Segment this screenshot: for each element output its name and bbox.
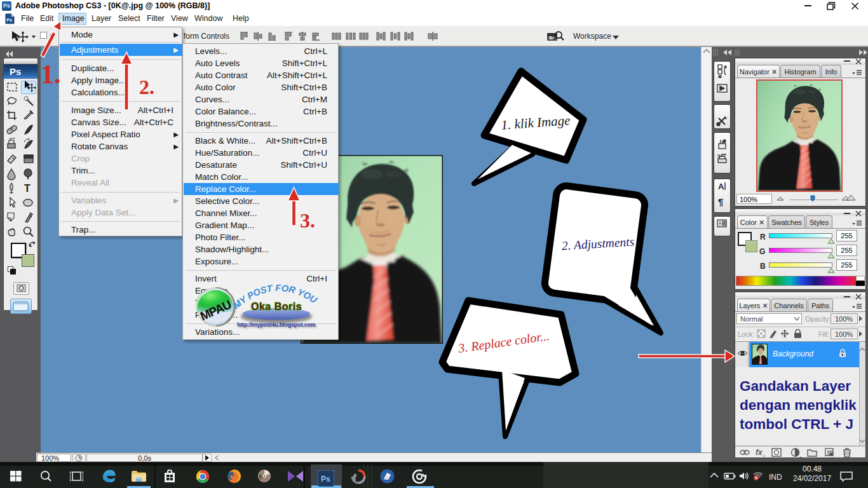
svg-text:T: T [24, 183, 31, 194]
svg-text:Ps: Ps [6, 18, 12, 22]
svg-text:¶: ¶ [718, 196, 723, 207]
svg-text:Ps: Ps [321, 475, 330, 484]
svg-text:Br: Br [549, 36, 554, 40]
svg-text:A: A [718, 182, 724, 191]
svg-text:fx: fx [756, 448, 763, 457]
